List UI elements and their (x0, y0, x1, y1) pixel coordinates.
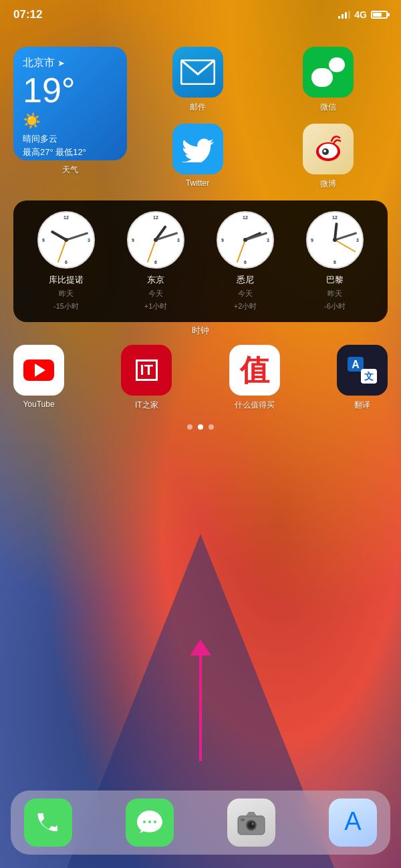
youtube-label: YouTube (23, 400, 54, 409)
row1: 北京市 ➤ 19° ☀️ 晴间多云 最高27° 最低12° 天气 (13, 47, 388, 190)
translate-app[interactable]: A 文 翻译 (337, 345, 388, 411)
wechat-icon[interactable] (303, 47, 354, 98)
signal-icon (338, 11, 350, 19)
yt-play-triangle-icon (35, 364, 45, 377)
smzdm-app[interactable]: 值 什么值得买 (229, 345, 280, 411)
weibo-app[interactable]: 微博 (268, 124, 388, 190)
translate-icon[interactable]: A 文 (337, 345, 388, 396)
weibo-icon[interactable] (303, 124, 354, 174)
status-icons: 4G (338, 9, 388, 20)
wechat-bubble-big (311, 68, 333, 87)
clock-tokyo: 12 3 6 9 东京 今天 +1小时 (114, 211, 198, 311)
minute-hand-kubidino (66, 232, 88, 241)
twitter-app[interactable]: Twitter (138, 124, 257, 190)
page-dot-2 (198, 424, 203, 430)
appstore-icon[interactable]: A (329, 799, 377, 847)
page-dots (13, 424, 388, 430)
swipe-up-arrow (199, 654, 202, 761)
clock-city-tokyo: 东京 (147, 274, 164, 286)
app-row3: YouTube IT IT之家 值 什么值得买 A (13, 345, 388, 411)
sun-icon: ☀️ (23, 112, 41, 130)
arrow-shaft (199, 654, 202, 761)
dock: A (11, 790, 390, 855)
clock-city-sydney: 悉尼 (237, 274, 254, 286)
messages-icon[interactable] (126, 799, 174, 847)
minute-hand-paris (335, 232, 357, 241)
clock-face-kubidino: 12 3 6 9 (37, 211, 95, 269)
clock-subdiff-paris: -6小时 (324, 301, 346, 311)
wechat-bubbles-icon (311, 57, 345, 87)
twitter-icon[interactable] (172, 124, 223, 174)
row1-right: 邮件 微信 Twitter (138, 47, 388, 190)
clock-subdiff-tokyo: +1小时 (144, 301, 168, 311)
clock-diff-kubidino: 昨天 (59, 289, 74, 299)
clock-diff-paris: 昨天 (327, 289, 342, 299)
clock-center-sydney (243, 238, 247, 242)
weather-widget[interactable]: 北京市 ➤ 19° ☀️ 晴间多云 最高27° 最低12° (13, 47, 127, 160)
clock-subdiff-sydney: +2小时 (234, 301, 257, 311)
svg-point-9 (143, 821, 146, 823)
clock-subdiff-kubidino: -15小时 (53, 301, 79, 311)
clock-diff-tokyo: 今天 (148, 289, 163, 299)
status-time: 07:12 (13, 8, 42, 21)
clock-center-paris (333, 238, 337, 242)
page-dot-1 (187, 424, 192, 430)
smzdm-label: 什么值得买 (235, 400, 275, 411)
clock-center-tokyo (154, 238, 158, 242)
clock-face-paris: 12 3 6 9 (306, 211, 364, 269)
status-bar: 07:12 4G (0, 0, 401, 29)
svg-text:A: A (344, 808, 362, 835)
phone-app[interactable] (24, 799, 72, 847)
camera-icon[interactable] (227, 799, 275, 847)
wechat-bubble-small (329, 57, 345, 72)
mail-icon[interactable] (172, 47, 223, 98)
svg-point-10 (148, 821, 151, 823)
mail-app[interactable]: 邮件 (138, 47, 257, 113)
network-type: 4G (354, 9, 367, 20)
smzdm-icon[interactable]: 值 (229, 345, 280, 396)
second-hand-paris (335, 239, 356, 253)
clock-city-kubidino: 库比提诺 (49, 274, 84, 286)
weibo-logo-icon (311, 132, 346, 166)
weather-temp: 19° (23, 71, 118, 110)
arrow-head-icon (190, 639, 211, 656)
clock-city-paris: 巴黎 (326, 274, 344, 286)
clock-face-tokyo: 12 3 6 9 (127, 211, 184, 269)
svg-text:文: 文 (364, 371, 374, 382)
clock-sydney: 12 3 6 9 悉尼 今天 +2小时 (203, 211, 287, 311)
weather-icon-row: ☀️ (23, 112, 118, 130)
clock-face-sydney: 12 3 6 9 (217, 211, 274, 269)
ithome-app[interactable]: IT IT之家 (121, 345, 172, 411)
ithome-label: IT之家 (135, 400, 158, 411)
twitter-bird-icon (182, 136, 214, 162)
ithome-icon[interactable]: IT (121, 345, 172, 396)
location-arrow-icon: ➤ (57, 58, 65, 68)
battery-icon (371, 11, 388, 19)
weather-widget-wrap[interactable]: 北京市 ➤ 19° ☀️ 晴间多云 最高27° 最低12° 天气 (13, 47, 127, 176)
clock-widget-label: 时钟 (13, 325, 388, 337)
clock-widget[interactable]: 12 3 6 9 库比提诺 昨天 -15小时 12 3 (13, 200, 388, 322)
youtube-app[interactable]: YouTube (13, 345, 64, 411)
mail-label: 邮件 (190, 102, 206, 113)
appstore-app[interactable]: A (329, 799, 377, 847)
camera-body-icon (237, 809, 266, 836)
weather-desc: 晴间多云 最高27° 最低12° (23, 132, 118, 158)
second-hand-sydney (237, 240, 246, 263)
page-dot-3 (209, 424, 214, 430)
appstore-logo-icon: A (338, 808, 368, 837)
camera-app[interactable] (227, 799, 275, 847)
twitter-label: Twitter (186, 178, 209, 188)
phone-handset-icon (33, 808, 63, 837)
second-hand-tokyo (147, 240, 156, 263)
phone-icon[interactable] (24, 799, 72, 847)
messages-bubble-icon (134, 807, 165, 838)
clock-diff-sydney: 今天 (238, 289, 253, 299)
wechat-label: 微信 (320, 102, 336, 113)
messages-app[interactable] (126, 799, 174, 847)
mail-envelope-icon (180, 59, 215, 85)
svg-point-4 (323, 150, 326, 152)
svg-point-17 (252, 823, 254, 825)
youtube-icon[interactable] (13, 345, 64, 396)
yt-play-button (23, 359, 54, 381)
wechat-app[interactable]: 微信 (268, 47, 388, 113)
